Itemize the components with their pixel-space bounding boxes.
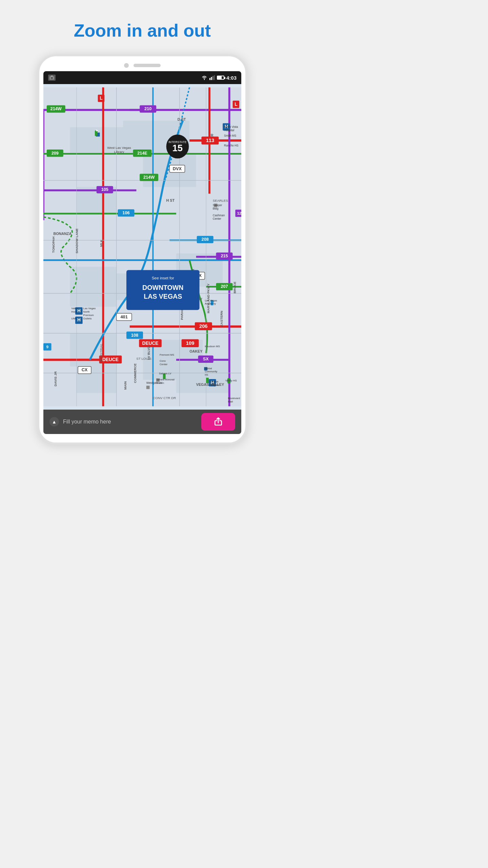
svg-text:DVX: DVX (173, 166, 182, 171)
svg-text:206: 206 (199, 323, 208, 329)
svg-text:MAIN: MAIN (123, 381, 127, 390)
svg-text:Global: Global (205, 367, 212, 370)
svg-text:H ST: H ST (166, 198, 175, 202)
svg-text:214E: 214E (137, 151, 147, 156)
svg-rect-7 (214, 75, 215, 80)
svg-text:▶: ▶ (96, 129, 99, 132)
svg-text:113: 113 (206, 138, 215, 143)
svg-text:9: 9 (46, 344, 48, 349)
svg-text:L: L (100, 96, 102, 101)
svg-text:UMC: UMC (71, 317, 77, 320)
svg-text:SHADOW LANE: SHADOW LANE (75, 228, 79, 253)
svg-text:12: 12 (237, 211, 241, 215)
svg-text:DAVIS JR: DAVIS JR (54, 371, 57, 386)
svg-point-3 (204, 79, 205, 79)
svg-text:OAKEY: OAKEY (189, 349, 202, 353)
svg-text:Academy: Academy (205, 302, 216, 305)
signal-icon (209, 75, 215, 80)
svg-text:L: L (235, 102, 237, 107)
svg-text:Valley HS: Valley HS (225, 379, 237, 382)
svg-text:SEARLES: SEARLES (213, 199, 228, 202)
svg-text:MARYLAND PKWY: MARYLAND PKWY (206, 283, 210, 313)
svg-text:106: 106 (122, 210, 129, 215)
svg-text:D ST: D ST (178, 117, 186, 121)
svg-text:CONV CTR DR: CONV CTR DR (153, 396, 176, 400)
svg-text:215: 215 (221, 253, 228, 258)
svg-text:Fremont MS: Fremont MS (160, 353, 174, 356)
svg-text:BONANZA: BONANZA (53, 232, 72, 236)
svg-text:Sahara LV: Sahara LV (159, 372, 171, 375)
svg-text:214W: 214W (143, 175, 155, 180)
svg-text:Valley: Valley (71, 307, 78, 310)
svg-text:214W: 214W (50, 106, 62, 111)
svg-rect-20 (176, 360, 229, 393)
up-arrow-button[interactable]: ▲ (49, 417, 59, 427)
bottom-bar: ▲ Fill your memo here (43, 410, 241, 434)
svg-text:208: 208 (202, 237, 209, 242)
svg-text:401: 401 (120, 314, 127, 319)
svg-text:TONOPAH: TONOPAH (52, 237, 55, 253)
svg-text:CX: CX (82, 367, 88, 372)
svg-text:ST LOUIS: ST LOUIS (136, 357, 151, 360)
svg-text:Station: Station (156, 381, 164, 384)
page-title: Zoom in and out (74, 20, 211, 41)
svg-text:Center: Center (213, 217, 221, 220)
camera-dot (124, 63, 129, 68)
svg-text:Sawyer: Sawyer (213, 203, 222, 207)
svg-text:Bldg: Bldg (213, 207, 219, 210)
svg-text:105: 105 (101, 187, 108, 192)
svg-text:Sunrise: Sunrise (209, 380, 219, 383)
wifi-icon (201, 75, 207, 80)
svg-text:Mall: Mall (228, 400, 233, 403)
svg-text:Center: Center (160, 363, 168, 366)
map-area[interactable]: 214W 210 L L INTERSTATE 15 113 (43, 84, 241, 410)
svg-text:Smith MS: Smith MS (224, 134, 236, 137)
speaker-bar (134, 64, 161, 67)
svg-text:207: 207 (221, 284, 228, 289)
svg-text:210: 210 (144, 106, 151, 111)
svg-text:Hosp: Hosp (71, 310, 78, 313)
svg-text:DEUCE: DEUCE (142, 341, 159, 346)
up-arrow-icon: ▲ (52, 419, 57, 425)
memo-placeholder[interactable]: Fill your memo here (63, 419, 111, 425)
svg-text:Hospital: Hospital (224, 129, 234, 132)
svg-text:Las Vegas: Las Vegas (83, 307, 96, 310)
svg-rect-1 (51, 76, 53, 77)
battery-icon (217, 76, 224, 80)
svg-text:Cashman: Cashman (213, 214, 225, 217)
phone-top (43, 63, 241, 68)
svg-text:Knudson MS: Knudson MS (205, 345, 220, 348)
svg-text:LAS VEGAS: LAS VEGAS (144, 293, 182, 300)
svg-text:DEUCE: DEUCE (102, 357, 119, 362)
svg-rect-4 (209, 78, 210, 80)
map-svg: 214W 210 L L INTERSTATE 15 113 (43, 84, 241, 410)
svg-rect-6 (212, 76, 214, 80)
svg-text:209: 209 (52, 151, 59, 156)
svg-text:108: 108 (131, 333, 138, 338)
svg-text:North: North (83, 310, 90, 313)
photo-icon (48, 75, 56, 81)
share-button[interactable] (201, 413, 235, 431)
svg-text:West Las Vegas: West Las Vegas (107, 146, 131, 150)
svg-rect-14 (70, 267, 116, 307)
svg-text:Sahara Monorail: Sahara Monorail (156, 378, 175, 381)
svg-text:Conv: Conv (160, 359, 166, 362)
svg-text:15: 15 (172, 143, 183, 153)
memo-area: ▲ Fill your memo here (49, 417, 111, 427)
svg-text:Las Vegas: Las Vegas (205, 299, 217, 302)
svg-text:EASTERN: EASTERN (220, 311, 223, 327)
svg-text:BRUCE: BRUCE (233, 281, 237, 293)
share-icon (214, 417, 223, 426)
clock: 4:03 (226, 75, 237, 81)
svg-text:Community: Community (205, 370, 217, 373)
svg-text:North Vista: North Vista (224, 125, 238, 129)
status-bar: 4:03 (43, 71, 241, 84)
svg-text:Library: Library (114, 150, 124, 154)
svg-text:H: H (77, 317, 81, 322)
phone-screen: 4:03 (43, 71, 241, 434)
svg-text:COMMERCE: COMMERCE (133, 363, 137, 383)
phone-frame: 4:03 (37, 54, 247, 445)
svg-text:Hospital: Hospital (209, 383, 219, 387)
svg-text:MLK: MLK (99, 240, 103, 247)
svg-text:HS: HS (205, 373, 208, 376)
